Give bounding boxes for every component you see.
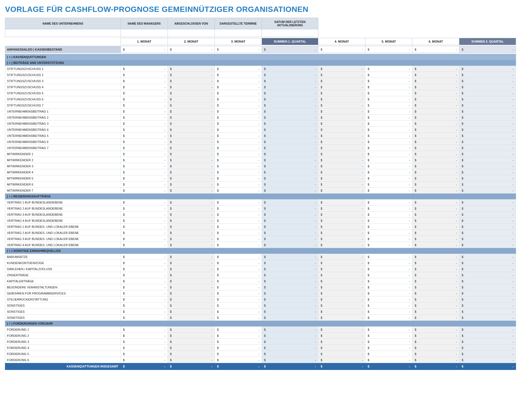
amount-cell[interactable]: $- — [121, 302, 168, 309]
amount-cell[interactable]: $- — [459, 157, 516, 163]
amount-cell[interactable]: $- — [318, 266, 365, 272]
amount-cell[interactable]: $- — [121, 72, 168, 78]
amount-cell[interactable]: $- — [365, 169, 412, 175]
amount-cell[interactable]: $- — [262, 327, 318, 333]
amount-cell[interactable]: $- — [459, 357, 516, 363]
amount-cell[interactable]: $- — [262, 339, 318, 345]
amount-cell[interactable]: $- — [365, 133, 412, 139]
amount-cell[interactable]: $- — [121, 205, 168, 212]
amount-cell[interactable]: $- — [121, 345, 168, 351]
amount-cell[interactable]: $- — [318, 309, 365, 315]
amount-cell[interactable]: $- — [168, 218, 215, 224]
amount-cell[interactable]: $- — [459, 290, 516, 296]
amount-cell[interactable]: $- — [365, 315, 412, 321]
amount-cell[interactable]: $- — [121, 114, 168, 121]
amount-cell[interactable]: $- — [412, 357, 459, 363]
info-input[interactable] — [5, 29, 121, 37]
amount-cell[interactable]: $- — [365, 327, 412, 333]
amount-cell[interactable]: $- — [412, 272, 459, 278]
amount-cell[interactable]: $- — [168, 139, 215, 145]
amount-cell[interactable]: $- — [215, 260, 262, 266]
amount-cell[interactable]: $- — [459, 133, 516, 139]
amount-cell[interactable]: $- — [262, 205, 318, 212]
amount-cell[interactable]: $- — [459, 151, 516, 157]
amount-cell[interactable]: $- — [215, 121, 262, 127]
amount-cell[interactable]: $- — [459, 66, 516, 72]
amount-cell[interactable]: $- — [365, 351, 412, 357]
amount-cell[interactable]: $- — [412, 145, 459, 151]
amount-cell[interactable]: $- — [365, 333, 412, 339]
amount-cell[interactable]: $- — [318, 357, 365, 363]
amount-cell[interactable]: $- — [262, 72, 318, 78]
amount-cell[interactable]: $- — [365, 345, 412, 351]
amount-cell[interactable]: $- — [121, 272, 168, 278]
amount-cell[interactable]: $- — [215, 96, 262, 102]
amount-cell[interactable]: $- — [318, 333, 365, 339]
amount-cell[interactable]: $- — [215, 133, 262, 139]
amount-cell[interactable]: $- — [459, 224, 516, 230]
amount-cell[interactable]: $- — [215, 157, 262, 163]
amount-cell[interactable]: $- — [215, 205, 262, 212]
amount-cell[interactable]: $- — [365, 157, 412, 163]
amount-cell[interactable]: $- — [365, 108, 412, 114]
amount-cell[interactable]: $- — [168, 157, 215, 163]
amount-cell[interactable]: $- — [121, 175, 168, 181]
amount-cell[interactable]: $- — [215, 290, 262, 296]
amount-cell[interactable]: $- — [318, 187, 365, 194]
amount-cell[interactable]: $- — [262, 46, 318, 53]
amount-cell[interactable]: $- — [365, 121, 412, 127]
amount-cell[interactable]: $- — [365, 181, 412, 187]
amount-cell[interactable]: $- — [121, 151, 168, 157]
amount-cell[interactable]: $- — [365, 218, 412, 224]
amount-cell[interactable]: $- — [121, 254, 168, 260]
amount-cell[interactable]: $- — [168, 175, 215, 181]
amount-cell[interactable]: $- — [262, 114, 318, 121]
amount-cell[interactable]: $- — [459, 127, 516, 133]
amount-cell[interactable]: $- — [365, 357, 412, 363]
amount-cell[interactable]: $- — [121, 242, 168, 248]
amount-cell[interactable]: $- — [215, 218, 262, 224]
amount-cell[interactable]: $- — [168, 163, 215, 169]
amount-cell[interactable]: $- — [215, 187, 262, 194]
amount-cell[interactable]: $- — [459, 121, 516, 127]
amount-cell[interactable]: $- — [365, 302, 412, 309]
amount-cell[interactable]: $- — [215, 230, 262, 236]
amount-cell[interactable]: $- — [262, 199, 318, 205]
amount-cell[interactable]: $- — [365, 175, 412, 181]
amount-cell[interactable]: $- — [168, 345, 215, 351]
amount-cell[interactable]: $- — [318, 84, 365, 90]
amount-cell[interactable]: $- — [262, 224, 318, 230]
amount-cell[interactable]: $- — [412, 199, 459, 205]
amount-cell[interactable]: $- — [121, 315, 168, 321]
amount-cell[interactable]: $- — [365, 284, 412, 290]
amount-cell[interactable]: $- — [412, 230, 459, 236]
amount-cell[interactable]: $- — [121, 357, 168, 363]
amount-cell[interactable]: $- — [168, 224, 215, 230]
amount-cell[interactable]: $- — [215, 151, 262, 157]
amount-cell[interactable]: $- — [262, 315, 318, 321]
amount-cell[interactable]: $- — [215, 351, 262, 357]
amount-cell[interactable]: $- — [318, 199, 365, 205]
amount-cell[interactable]: $- — [459, 139, 516, 145]
amount-cell[interactable]: $- — [318, 230, 365, 236]
amount-cell[interactable]: $- — [262, 181, 318, 187]
amount-cell[interactable]: $- — [262, 260, 318, 266]
info-input[interactable] — [215, 29, 262, 37]
amount-cell[interactable]: $- — [168, 357, 215, 363]
amount-cell[interactable]: $- — [459, 272, 516, 278]
amount-cell[interactable]: $- — [412, 218, 459, 224]
amount-cell[interactable]: $- — [121, 108, 168, 114]
amount-cell[interactable]: $- — [121, 199, 168, 205]
amount-cell[interactable]: $- — [121, 157, 168, 163]
amount-cell[interactable]: $- — [121, 78, 168, 84]
amount-cell[interactable]: $- — [262, 212, 318, 218]
amount-cell[interactable]: $- — [262, 133, 318, 139]
amount-cell[interactable]: $- — [365, 205, 412, 212]
amount-cell[interactable]: $- — [215, 139, 262, 145]
amount-cell[interactable]: $- — [168, 46, 215, 53]
amount-cell[interactable]: $- — [318, 96, 365, 102]
amount-cell[interactable]: $- — [459, 339, 516, 345]
amount-cell[interactable]: $- — [459, 302, 516, 309]
amount-cell[interactable]: $- — [318, 278, 365, 284]
amount-cell[interactable]: $- — [365, 339, 412, 345]
